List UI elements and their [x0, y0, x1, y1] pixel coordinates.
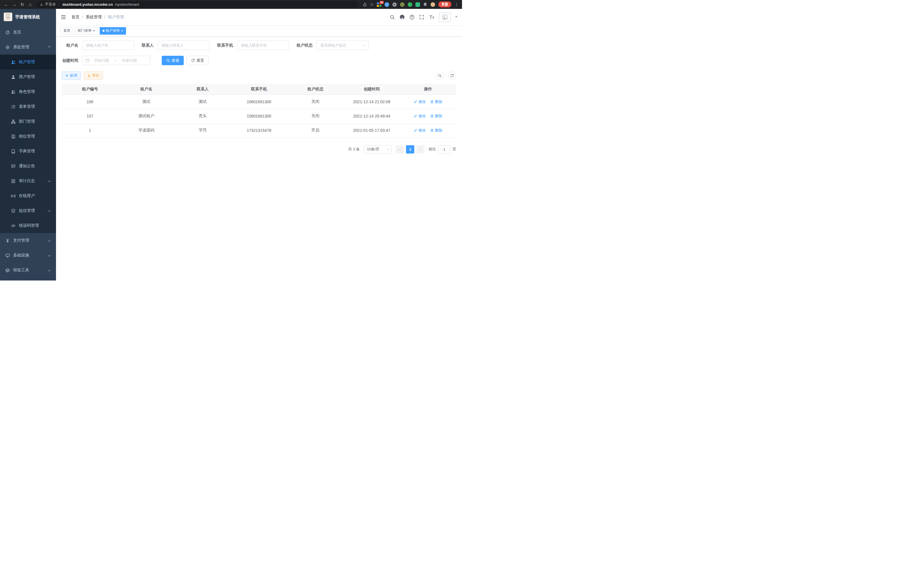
browser-chrome: ← → ↻ ⌂ ⚠ 不安全 dashboard.yudao.iocoder.cn…: [0, 0, 462, 9]
search-icon: [166, 59, 170, 62]
extension-icon-green[interactable]: [408, 2, 412, 7]
tenant-name-label: 租户名: [62, 43, 78, 48]
browser-reload-button[interactable]: ↻: [19, 2, 26, 8]
bookmark-star-icon[interactable]: ☆: [370, 2, 374, 7]
column-contact: 联系人: [175, 84, 231, 95]
column-created: 创建时间: [344, 84, 400, 95]
sidebar-item-dict-management[interactable]: 字典管理: [0, 144, 56, 159]
edit-link[interactable]: 修改: [414, 114, 426, 119]
address-bar[interactable]: ⚠ 不安全 dashboard.yudao.iocoder.cn /system…: [37, 1, 358, 8]
fullscreen-icon[interactable]: [419, 15, 424, 20]
page-number-button[interactable]: 1: [406, 145, 414, 153]
browser-back-button[interactable]: ←: [3, 2, 10, 8]
sidebar-item-menu-management[interactable]: 菜单管理: [0, 99, 56, 114]
sidebar-item-dev-tools[interactable]: 研发工具: [0, 263, 56, 278]
edit-icon: [414, 114, 417, 118]
extension-badge: 10: [380, 1, 384, 4]
user-avatar[interactable]: [439, 12, 451, 22]
extension-grid-icon[interactable]: 10: [377, 2, 381, 7]
extension-icon-olive[interactable]: [400, 2, 405, 7]
edit-link[interactable]: 修改: [414, 128, 426, 133]
app-logo: 芋道管理系统: [0, 9, 56, 25]
sidebar-item-online-users[interactable]: 在线用户: [0, 188, 56, 203]
delete-link[interactable]: 删除: [430, 114, 442, 119]
close-icon[interactable]: ×: [121, 29, 123, 33]
tab-dept-management[interactable]: 部门管理 ×: [75, 27, 98, 35]
font-size-icon[interactable]: [429, 15, 435, 20]
delete-link[interactable]: 删除: [430, 128, 442, 133]
sidebar-item-sms-management[interactable]: 短信管理: [0, 203, 56, 218]
sidebar-item-label: 短信管理: [19, 208, 45, 213]
sidebar-item-audit-log[interactable]: 审计日志: [0, 174, 56, 188]
search-button[interactable]: 搜索: [162, 56, 184, 65]
contact-label: 联系人: [142, 43, 154, 48]
logo-image: [4, 13, 12, 21]
column-tenant-name: 租户名: [118, 84, 174, 95]
sidebar-menu: 首页 系统管理 租户管理 用户管理: [0, 25, 56, 281]
tenant-name-input[interactable]: [82, 41, 134, 50]
sidebar-item-payment-management[interactable]: 支付管理: [0, 233, 56, 248]
contact-input[interactable]: [158, 41, 210, 50]
export-button[interactable]: 导出: [84, 71, 103, 80]
goto-page-input[interactable]: [438, 145, 450, 153]
share-icon[interactable]: [363, 3, 367, 7]
date-start-placeholder: 开始日期: [91, 58, 112, 63]
cell-contact: 芋艿: [175, 123, 231, 138]
tab-home[interactable]: 首页: [61, 27, 73, 35]
browser-update-button[interactable]: 更新: [438, 2, 452, 8]
toggle-search-button[interactable]: [436, 71, 444, 80]
page-size-select[interactable]: 10条/页: [364, 145, 392, 153]
create-time-label: 创建时间: [62, 58, 78, 63]
sidebar-item-infrastructure[interactable]: 基础设施: [0, 248, 56, 263]
browser-menu-icon[interactable]: ⋮: [454, 2, 459, 7]
phone-input[interactable]: [237, 41, 289, 50]
sidebar-item-user-management[interactable]: 用户管理: [0, 69, 56, 84]
online-users-icon: [11, 194, 15, 198]
breadcrumb-separator: /: [104, 15, 105, 20]
add-button-label: 新增: [70, 73, 77, 78]
browser-forward-button[interactable]: →: [11, 2, 18, 8]
edit-link[interactable]: 修改: [414, 99, 426, 104]
close-icon[interactable]: ×: [93, 29, 95, 33]
sidebar-item-role-management[interactable]: 角色管理: [0, 84, 56, 99]
extension-icon-blue[interactable]: [385, 2, 389, 7]
header-search-icon[interactable]: [390, 15, 395, 20]
add-button[interactable]: 新增: [62, 71, 81, 80]
extension-icon-green-square[interactable]: [416, 2, 420, 7]
sidebar-item-home[interactable]: 首页: [0, 25, 56, 40]
tab-tenant-management[interactable]: 租户管理 ×: [100, 27, 126, 35]
tab-label: 租户管理: [106, 28, 120, 33]
delete-label: 删除: [435, 128, 442, 133]
trash-icon: [430, 114, 434, 118]
delete-link[interactable]: 删除: [430, 99, 442, 104]
reset-button[interactable]: 重置: [187, 56, 208, 65]
breadcrumb-home[interactable]: 首页: [71, 15, 80, 20]
github-icon[interactable]: [399, 14, 405, 20]
prev-page-button[interactable]: [396, 145, 404, 153]
next-page-button[interactable]: [416, 145, 424, 153]
delete-label: 删除: [435, 99, 442, 104]
status-select[interactable]: 请选择租户状态: [316, 41, 369, 50]
create-time-range-picker[interactable]: 开始日期 - 结束日期: [82, 56, 150, 65]
edit-label: 修改: [418, 128, 426, 133]
sidebar-item-post-management[interactable]: 岗位管理: [0, 129, 56, 144]
refresh-table-button[interactable]: [448, 71, 456, 80]
sidebar-item-notice[interactable]: 通知公告: [0, 159, 56, 174]
sidebar-item-tenant-management[interactable]: 租户管理: [0, 55, 56, 69]
extensions-puzzle-icon[interactable]: [423, 2, 428, 7]
browser-home-button[interactable]: ⌂: [27, 2, 34, 8]
browser-profile-icon[interactable]: [430, 2, 435, 7]
extension-icon-dark[interactable]: [392, 2, 397, 7]
sidebar-item-label: 错误码管理: [19, 223, 51, 228]
sidebar-item-error-code-management[interactable]: 错误码管理: [0, 218, 56, 233]
chevron-down-icon[interactable]: [455, 16, 458, 18]
sidebar-item-label: 通知公告: [19, 164, 51, 169]
date-range-separator: -: [113, 58, 117, 63]
sidebar-item-system-management[interactable]: 系统管理: [0, 40, 56, 55]
sidebar-item-label: 支付管理: [13, 238, 45, 243]
chevron-down-icon: [48, 179, 51, 182]
sidebar-item-dept-management[interactable]: 部门管理: [0, 114, 56, 129]
edit-label: 修改: [418, 99, 426, 104]
help-icon[interactable]: [410, 15, 415, 20]
sidebar-collapse-icon[interactable]: [61, 14, 66, 20]
